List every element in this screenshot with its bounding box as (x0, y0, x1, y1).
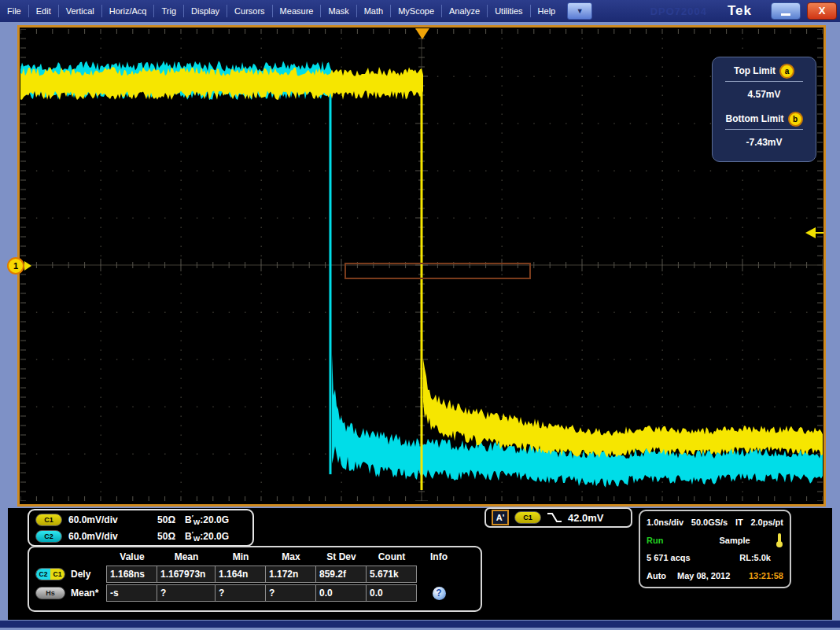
trigger-level-marker-tail (815, 232, 823, 234)
oscilloscope-application: File Edit Vertical Horiz/Acq Trig Displa… (0, 0, 840, 630)
date-display: May 08, 2012 (677, 571, 730, 580)
time-display: 13:21:58 (749, 571, 783, 580)
mean-stdev: 0.0 (315, 584, 367, 602)
channel2-badge: C2 (35, 530, 62, 543)
trigger-position-marker[interactable] (415, 28, 429, 39)
trigger-level-value: 42.0mV (568, 512, 604, 524)
menu-edit[interactable]: Edit (29, 0, 58, 22)
minimize-button[interactable] (771, 2, 801, 20)
mean-value: -s (106, 584, 157, 602)
channel1-badge: C1 (35, 514, 62, 526)
menu-trig[interactable]: Trig (154, 0, 183, 22)
acq-mode: Sample (694, 536, 776, 545)
mean-max: ? (265, 584, 316, 602)
divider (725, 129, 803, 130)
top-limit-value: 4.57mV (713, 87, 816, 102)
readout-panel: C1 60.0mV/div 50Ω B′W:20.0G C2 60.0mV/di… (8, 508, 832, 620)
menu-horiz-acq[interactable]: Horiz/Acq (102, 0, 154, 22)
trigger-source-badge: C1 (514, 511, 541, 524)
measurement-table: Value Mean Min Max St Dev Count Info C2C… (28, 546, 482, 612)
acquisition-panel[interactable]: 1.0ns/div 50.0GS/s IT 2.0ps/pt Run Sampl… (639, 510, 791, 588)
menu-file[interactable]: File (0, 0, 28, 22)
channel1-bandwidth: B′W:20.0G (185, 514, 229, 526)
thermometer-icon (776, 533, 783, 547)
col-header-mean: Mean (157, 549, 216, 565)
delay-mean: 1.167973n (157, 566, 216, 583)
channel1-impedance: 50Ω (139, 514, 175, 525)
col-header-info: Info (417, 549, 461, 565)
measurement-gate-zone[interactable] (344, 263, 531, 279)
col-header-max: Max (266, 549, 316, 565)
menu-bar: File Edit Vertical Horiz/Acq Trig Displa… (0, 0, 840, 22)
delay-min: 1.164n (215, 566, 266, 583)
close-button[interactable]: X (807, 2, 837, 20)
top-limit-label: Top Limit (734, 65, 776, 76)
channel2-impedance: 50Ω (139, 531, 175, 542)
delay-stdev: 859.2f (315, 566, 367, 583)
record-length: RL:5.0k (739, 553, 771, 562)
delay-value: 1.168ns (106, 566, 157, 583)
bottom-frame-bar (0, 621, 840, 628)
chevron-down-icon: ▼ (577, 7, 584, 15)
delay-max: 1.172n (265, 566, 316, 583)
channel1-reference-arrow-icon (24, 261, 31, 271)
delay-count: 5.671k (366, 566, 417, 583)
mean-min: ? (215, 584, 266, 602)
menu-mask[interactable]: Mask (321, 0, 356, 22)
mean-mean: ? (157, 584, 216, 602)
menu-overflow-button[interactable]: ▼ (567, 2, 592, 20)
channel2-readout[interactable]: C2 60.0mV/div 50Ω B′W:20.0G (29, 529, 252, 543)
model-label: DPO72004 (650, 6, 707, 17)
channel1-reference-marker[interactable]: 1 (7, 257, 24, 274)
trigger-mode: Auto (647, 571, 666, 580)
measurement-row-mean[interactable]: Hs Mean* (32, 584, 107, 602)
measurement-name: Dely (71, 569, 90, 580)
resolution-value: 2.0ps/pt (750, 518, 783, 527)
sample-rate-value: 50.0GS/s (691, 518, 728, 527)
menu-measure[interactable]: Measure (273, 0, 321, 22)
knob-a-badge: a (779, 64, 794, 79)
bottom-limit-label: Bottom Limit (726, 113, 784, 124)
tek-logo: Tek (728, 3, 752, 19)
bottom-limit-value: -7.43mV (713, 134, 816, 150)
acq-count: 5 671 acqs (647, 553, 691, 562)
measurement-name: Mean* (71, 588, 98, 599)
col-header-min: Min (216, 549, 266, 565)
channel1-readout[interactable]: C1 60.0mV/div 50Ω B′W:20.0G (29, 512, 252, 527)
channel2-scale: 60.0mV/div (68, 531, 139, 542)
hs-badge: Hs (35, 587, 65, 599)
col-header-value: Value (107, 549, 157, 565)
menu-vertical[interactable]: Vertical (59, 0, 101, 22)
menu-myscope[interactable]: MyScope (391, 0, 441, 22)
col-header-count: Count (367, 549, 417, 565)
run-status: Run (647, 536, 694, 545)
menu-help[interactable]: Help (531, 0, 563, 22)
channel1-scale: 60.0mV/div (68, 514, 139, 525)
timebase-value: 1.0ns/div (647, 518, 683, 527)
menu-display[interactable]: Display (184, 0, 227, 22)
c2c1-badge: C2C1 (35, 568, 65, 580)
help-info-icon[interactable]: ? (433, 587, 446, 600)
menu-analyze[interactable]: Analyze (442, 0, 487, 22)
trigger-readout[interactable]: A' C1 42.0mV (484, 507, 632, 528)
knob-b-badge: b (788, 112, 803, 127)
mean-count: 0.0 (366, 584, 417, 602)
channel2-bandwidth: B′W:20.0G (185, 530, 229, 543)
channel-readout-box: C1 60.0mV/div 50Ω B′W:20.0G C2 60.0mV/di… (28, 509, 254, 547)
falling-slope-icon (547, 511, 562, 524)
interp-mode: IT (735, 518, 743, 527)
minimize-icon (781, 13, 790, 16)
col-header-stdev: St Dev (316, 549, 367, 565)
delay-info (417, 565, 461, 584)
divider (725, 81, 803, 82)
trigger-a-badge: A' (492, 510, 509, 525)
measurement-row-delay[interactable]: C2C1 Dely (32, 565, 107, 584)
menu-cursors[interactable]: Cursors (227, 0, 272, 22)
mask-limits-panel: Top Limit a 4.57mV Bottom Limit b -7.43m… (712, 57, 816, 162)
menu-utilities[interactable]: Utilities (488, 0, 529, 22)
menu-math[interactable]: Math (357, 0, 390, 22)
